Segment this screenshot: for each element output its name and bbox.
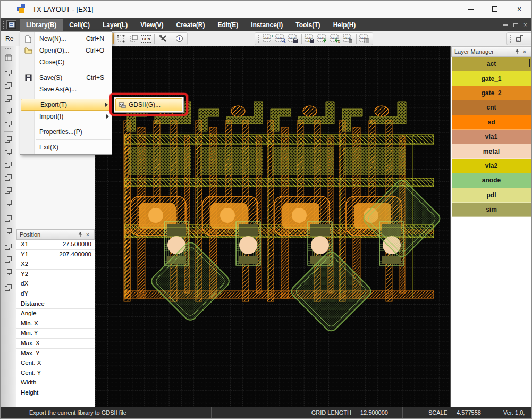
layer-item-via2[interactable]: via2	[452, 159, 531, 173]
save-icon	[22, 74, 34, 81]
position-value[interactable]	[49, 289, 95, 299]
align-right-icon[interactable]	[3, 159, 14, 171]
close-panel-icon[interactable]: ×	[84, 231, 91, 238]
position-value[interactable]	[49, 378, 95, 388]
intersect-icon[interactable]	[3, 225, 14, 237]
position-value[interactable]	[49, 349, 95, 358]
position-value[interactable]	[49, 358, 95, 368]
pin-icon[interactable]	[77, 231, 84, 238]
flip-horizontal-icon[interactable]	[3, 93, 14, 104]
menu-viewv[interactable]: View(V)	[134, 19, 170, 31]
info-icon[interactable]: i	[173, 33, 185, 44]
position-value[interactable]	[49, 299, 95, 309]
menubar-grip	[2, 21, 5, 29]
submenu-item-gdsii[interactable]: GDSII(G)...	[115, 98, 182, 111]
menu-helph[interactable]: Help(H)	[327, 19, 362, 31]
svg-text:B: B	[338, 40, 340, 43]
group-icon[interactable]	[3, 241, 14, 253]
duplicate-cell-icon[interactable]	[128, 33, 139, 44]
instance-array-icon[interactable]	[3, 282, 14, 294]
mdi-minimize-icon[interactable]	[503, 24, 508, 26]
toolbar-separator	[356, 34, 357, 44]
menu-item-propertiesp[interactable]: Properties...(P)	[20, 126, 112, 138]
menu-toolst[interactable]: Tools(T)	[289, 19, 326, 31]
position-value[interactable]	[49, 339, 95, 348]
document-icon[interactable]	[6, 20, 16, 29]
menu-libraryb[interactable]: Library(B)	[20, 19, 63, 31]
align-bottom-icon[interactable]	[3, 197, 14, 209]
close-panel-icon[interactable]: ×	[521, 48, 528, 55]
generate-icon[interactable]: GEN	[140, 33, 152, 44]
pin-icon[interactable]	[513, 48, 521, 55]
layer-item-gate_2[interactable]: gate_2	[452, 86, 531, 100]
layer-item-sd[interactable]: sd	[452, 115, 531, 130]
cell-delete-icon[interactable]: CELL	[342, 33, 354, 44]
grid-length-value: 12.500000	[356, 407, 402, 418]
menu-item-exitx[interactable]: Exit(X)	[20, 141, 112, 153]
toolbar-separator	[301, 34, 302, 44]
menu-instancei[interactable]: Instance(I)	[244, 19, 289, 31]
layer-item-act[interactable]: act	[452, 57, 531, 71]
layer-item-sim[interactable]: sim	[452, 203, 531, 217]
cell-export-icon[interactable]: CELLB	[330, 33, 341, 44]
status-spacer2	[402, 407, 424, 418]
position-value[interactable]	[49, 309, 95, 319]
layer-item-gate_1[interactable]: gate_1	[452, 71, 531, 86]
resize-icon[interactable]	[3, 118, 14, 130]
select-vertices-icon[interactable]	[115, 33, 126, 44]
menu-creater[interactable]: Create(R)	[170, 19, 211, 31]
cell-properties-icon[interactable]: CELL	[359, 33, 370, 44]
mdi-restore-icon[interactable]	[513, 23, 518, 27]
close-button[interactable]: ×	[507, 1, 531, 18]
tools-icon[interactable]	[157, 33, 168, 44]
maximize-button[interactable]	[483, 1, 507, 18]
menu-edite[interactable]: Edit(E)	[212, 19, 245, 31]
menu-item-importi[interactable]: Import(I)	[20, 111, 112, 122]
cell-open-icon[interactable]: CELL	[275, 33, 286, 44]
merge-icon[interactable]	[3, 266, 14, 278]
position-value[interactable]	[49, 279, 95, 289]
rotate-icon[interactable]	[3, 67, 14, 79]
align-left-icon[interactable]	[3, 133, 14, 145]
layer-item-metal[interactable]: metal	[452, 144, 531, 158]
menu-item-closec[interactable]: Close(C)	[20, 56, 112, 68]
layer-item-cnt[interactable]: cnt	[452, 100, 531, 115]
path-icon[interactable]: sr	[514, 33, 526, 44]
menu-layerl[interactable]: Layer(L)	[96, 19, 134, 31]
align-center-h-icon[interactable]	[3, 146, 14, 158]
position-value[interactable]: 27.500000	[49, 240, 95, 249]
position-value[interactable]	[49, 368, 95, 378]
align-top-icon[interactable]	[3, 172, 14, 183]
position-value[interactable]	[49, 270, 95, 279]
menu-cellc[interactable]: Cell(C)	[63, 19, 96, 31]
library-browser-icon[interactable]	[3, 52, 14, 63]
union-icon[interactable]	[3, 213, 14, 224]
align-middle-icon[interactable]	[3, 185, 14, 196]
position-value[interactable]	[49, 388, 95, 398]
menu-item-saveasa[interactable]: Save As(A)...	[20, 83, 112, 95]
layer-item-via1[interactable]: via1	[452, 130, 531, 144]
flip-vertical-icon[interactable]	[3, 105, 14, 117]
layer-item-pdl[interactable]: pdl	[452, 188, 531, 203]
minimize-button[interactable]	[458, 1, 483, 18]
cell-save-icon[interactable]: CELL	[288, 33, 299, 44]
scale-value: 4.577558	[452, 407, 499, 418]
layer-item-anode[interactable]: anode	[452, 173, 531, 188]
position-value[interactable]	[49, 319, 95, 329]
ungroup-icon[interactable]	[3, 254, 14, 265]
svg-text:CELL: CELL	[318, 36, 325, 39]
position-value[interactable]: 207.400000	[49, 250, 95, 259]
menu-item-exportt[interactable]: Export(T)	[21, 99, 111, 111]
menu-item-saves[interactable]: Save(S)Ctrl+S	[20, 72, 112, 83]
mdi-close-icon[interactable]: ×	[523, 21, 527, 29]
menu-item-openo[interactable]: Open(O)...Ctrl+O	[20, 45, 112, 56]
position-panel-titlebar: Position ×	[16, 229, 95, 240]
position-value[interactable]	[49, 259, 95, 269]
menu-item-newn[interactable]: New(N)...Ctrl+N	[20, 33, 112, 45]
cell-save-as-icon[interactable]: CELL+	[304, 33, 316, 44]
cell-import-icon[interactable]: CELL	[317, 33, 328, 44]
cell-new-icon[interactable]: CELL+	[262, 33, 274, 44]
position-value[interactable]	[49, 329, 95, 338]
rotate-corner-icon[interactable]	[3, 80, 14, 91]
submenu-arrow-icon	[106, 114, 109, 119]
